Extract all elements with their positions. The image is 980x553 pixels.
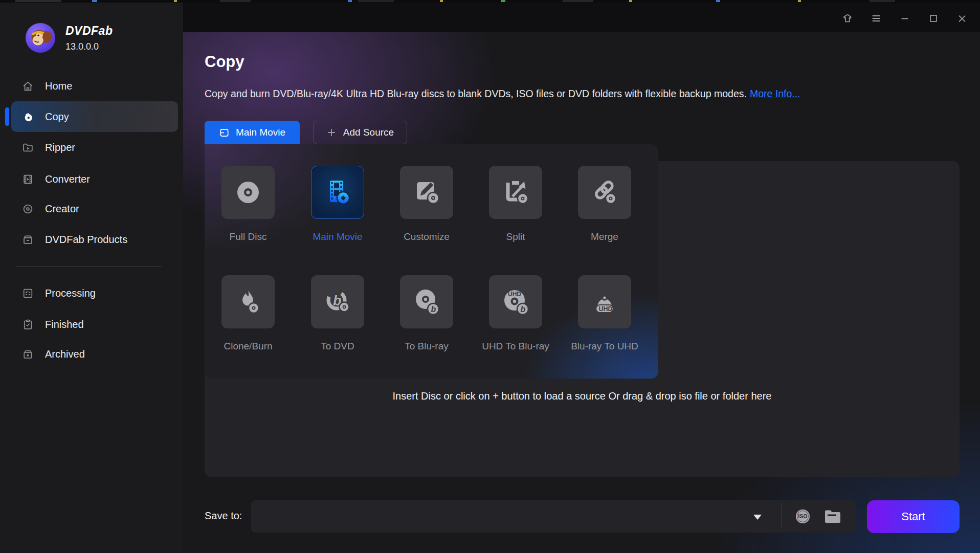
svg-text:b: b — [521, 305, 526, 314]
sidebar: DVDFab 13.0.0.0 Home Copy Ripper — [0, 3, 183, 553]
mode-merge[interactable]: Merge — [561, 166, 648, 242]
save-as-iso-button[interactable]: ISO — [796, 510, 810, 523]
page-title: Copy — [205, 53, 244, 71]
mode-main-movie[interactable]: Main Movie — [294, 166, 381, 242]
merge-icon — [588, 176, 621, 209]
sidebar-item-label: Archived — [45, 348, 85, 360]
theme-skin-button[interactable] — [842, 13, 853, 24]
sidebar-item-label: Converter — [45, 173, 90, 185]
sidebar-item-label: Finished — [45, 319, 84, 330]
save-to-label: Save to: — [205, 510, 242, 522]
close-button[interactable] — [956, 13, 968, 24]
mode-customize[interactable]: Customize — [383, 166, 470, 242]
sidebar-item-converter[interactable]: Converter — [0, 166, 183, 192]
sidebar-item-label: Copy — [45, 111, 69, 123]
split-icon — [499, 176, 532, 209]
svg-text:UHD: UHD — [508, 291, 521, 298]
start-button[interactable]: Start — [867, 500, 960, 533]
finished-clipboard-icon — [21, 318, 34, 331]
creator-disc-icon — [21, 203, 34, 215]
plus-icon — [326, 127, 337, 138]
processing-list-icon — [21, 287, 34, 300]
dropdown-caret-icon[interactable] — [753, 515, 762, 520]
brand-version: 13.0.0.0 — [65, 41, 113, 52]
main-movie-icon — [321, 176, 354, 209]
selected-indicator-bar — [5, 107, 9, 126]
svg-text:b: b — [431, 305, 436, 314]
brand-name: DVDFab — [65, 24, 113, 38]
home-icon — [21, 80, 34, 93]
input-divider — [782, 505, 782, 528]
dvdfab-window: DVDFab 13.0.0.0 Home Copy Ripper — [0, 3, 980, 553]
sidebar-item-processing[interactable]: Processing — [0, 280, 183, 306]
blu-ray-to-uhd-icon: UHD — [588, 285, 621, 318]
ripper-folder-icon — [21, 141, 34, 154]
sidebar-item-copy[interactable]: Copy — [11, 101, 178, 132]
minimize-button[interactable] — [899, 13, 910, 24]
mode-to-blu-ray[interactable]: b To Blu-ray — [383, 275, 470, 352]
sidebar-item-home[interactable]: Home — [0, 73, 183, 99]
full-disc-icon — [232, 176, 264, 209]
customize-icon — [410, 176, 443, 209]
browse-folder-button[interactable] — [824, 508, 841, 524]
sidebar-item-dvdfab-products[interactable]: DVDFab Products — [0, 226, 183, 253]
mode-panel-icon — [219, 127, 230, 138]
uhd-to-blu-ray-icon: UHD b — [499, 285, 532, 318]
sidebar-item-label: Processing — [45, 287, 96, 299]
sidebar-item-archived[interactable]: Archived — [0, 341, 183, 367]
sidebar-item-ripper[interactable]: Ripper — [0, 134, 183, 161]
products-box-icon — [21, 233, 34, 246]
sidebar-item-label: Home — [45, 80, 72, 92]
save-to-input[interactable]: ISO — [251, 500, 856, 533]
to-dvd-icon: b — [321, 285, 354, 318]
mode-split[interactable]: Split — [472, 166, 559, 242]
menu-button[interactable] — [871, 13, 882, 24]
sidebar-item-label: Creator — [45, 203, 79, 215]
brand: DVDFab 13.0.0.0 — [25, 22, 113, 54]
sidebar-item-finished[interactable]: Finished — [0, 311, 183, 338]
converter-film-icon — [21, 173, 34, 186]
to-blu-ray-icon: b — [410, 285, 443, 318]
folder-icon — [824, 508, 841, 524]
sidebar-divider — [15, 266, 162, 267]
window-controls — [842, 13, 968, 24]
copy-mode-panel: Full Disc Main Movie — [205, 144, 658, 379]
tab-add-source[interactable]: Add Source — [313, 121, 407, 144]
maximize-button[interactable] — [928, 13, 939, 24]
page-description: Copy and burn DVD/Blu-ray/4K Ultra HD Bl… — [205, 88, 800, 100]
mode-blu-ray-to-uhd[interactable]: UHD Blu-ray To UHD — [561, 275, 648, 352]
sidebar-item-label: Ripper — [45, 142, 75, 153]
sidebar-item-creator[interactable]: Creator — [0, 195, 183, 222]
svg-text:UHD: UHD — [599, 305, 613, 313]
mode-clone-burn[interactable]: Clone/Burn — [205, 275, 292, 352]
dvdfab-monkey-logo-icon — [25, 22, 56, 54]
archived-box-icon — [21, 348, 34, 361]
main-panel: Copy Copy and burn DVD/Blu-ray/4K Ultra … — [183, 3, 980, 553]
more-info-link[interactable]: More Info... — [750, 88, 800, 99]
mode-to-dvd[interactable]: b To DVD — [294, 275, 381, 352]
dropzone-hint: Insert Disc or click on + button to load… — [205, 390, 960, 402]
sidebar-item-label: DVDFab Products — [45, 234, 127, 246]
tab-main-movie[interactable]: Main Movie — [205, 121, 300, 144]
mode-full-disc[interactable]: Full Disc — [205, 166, 292, 242]
mode-uhd-to-blu-ray[interactable]: UHD b UHD To Blu-ray — [472, 275, 559, 352]
clone-burn-flame-icon — [232, 285, 264, 318]
copy-disc-icon — [21, 110, 34, 123]
